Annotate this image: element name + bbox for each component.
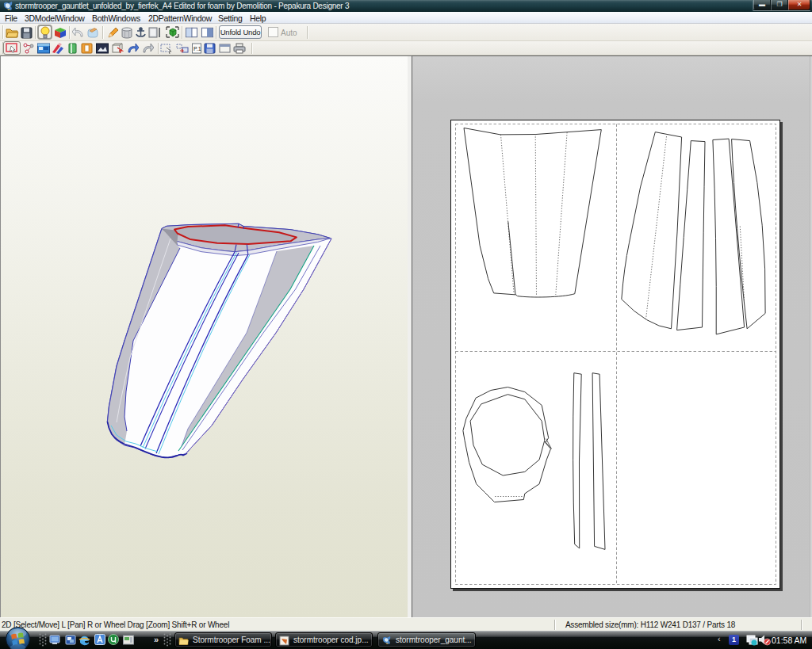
svg-text:P.1: P.1 bbox=[193, 46, 201, 52]
